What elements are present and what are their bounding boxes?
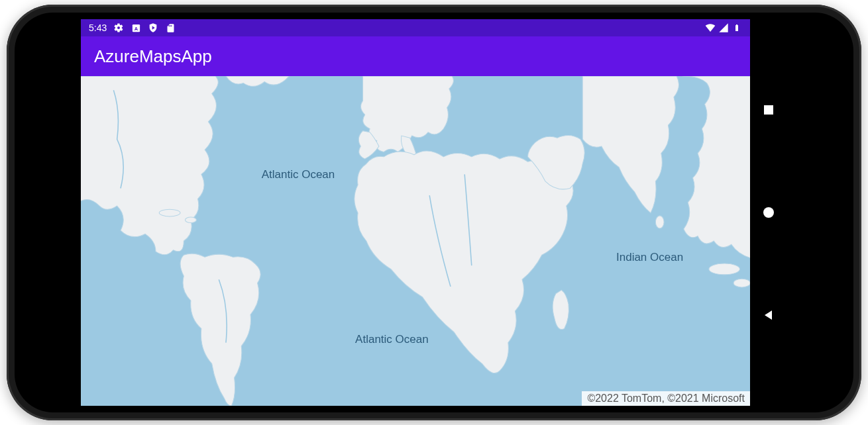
system-nav-bar: [750, 19, 787, 406]
status-time: 5:43: [89, 23, 107, 33]
device-frame: 5:43 A: [7, 5, 861, 420]
cell-signal-icon: [718, 23, 729, 33]
app-badge-icon: A: [131, 23, 141, 33]
device-bezel: 5:43 A: [15, 13, 853, 412]
app-bar: AzureMapsApp: [81, 36, 750, 76]
wifi-icon: [705, 23, 716, 33]
svg-point-3: [159, 209, 180, 216]
screen: 5:43 A: [81, 19, 787, 406]
nav-recent-button[interactable]: [762, 103, 775, 117]
map-attribution: ©2022 TomTom, ©2021 Microsoft: [582, 391, 750, 406]
nav-back-button[interactable]: [762, 308, 775, 322]
svg-text:A: A: [135, 25, 138, 31]
world-map-svg: [81, 76, 750, 406]
sd-card-icon: [165, 23, 176, 33]
svg-point-11: [763, 207, 774, 218]
ocean-label-indian: Indian Ocean: [616, 251, 683, 264]
ocean-label-atlantic-north: Atlantic Ocean: [262, 168, 335, 181]
app-title: AzureMapsApp: [94, 46, 212, 67]
gear-icon: [113, 23, 124, 33]
map-view[interactable]: Atlantic Ocean Atlantic Ocean Indian Oce…: [81, 76, 750, 406]
ocean-label-atlantic-south: Atlantic Ocean: [355, 333, 429, 346]
svg-point-8: [709, 263, 740, 275]
svg-point-9: [733, 279, 750, 287]
shield-play-icon: [148, 23, 158, 33]
status-bar: 5:43 A: [81, 19, 750, 36]
svg-point-4: [185, 217, 196, 222]
app-area: 5:43 A: [81, 19, 750, 406]
nav-home-button[interactable]: [762, 206, 775, 219]
svg-point-7: [655, 216, 664, 228]
battery-icon: [732, 23, 742, 33]
svg-rect-10: [764, 105, 773, 115]
